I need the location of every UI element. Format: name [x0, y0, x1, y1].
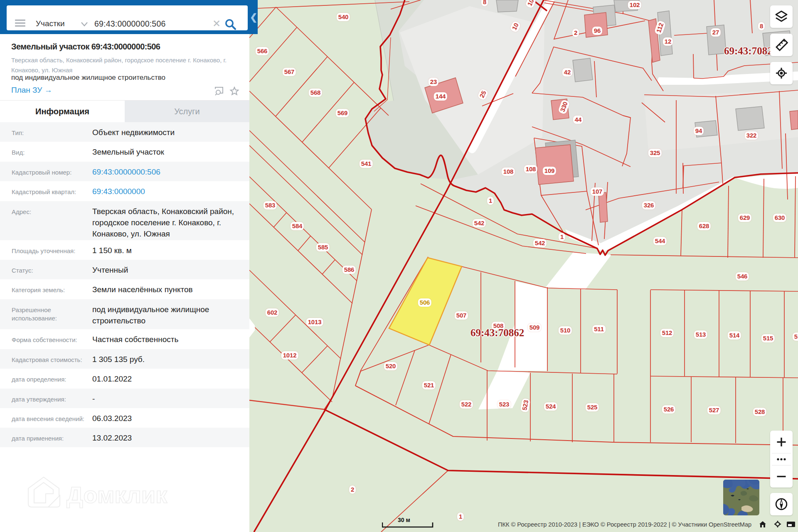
svg-text:Домклик: Домклик: [66, 482, 167, 508]
svg-text:30 м: 30 м: [398, 517, 410, 523]
